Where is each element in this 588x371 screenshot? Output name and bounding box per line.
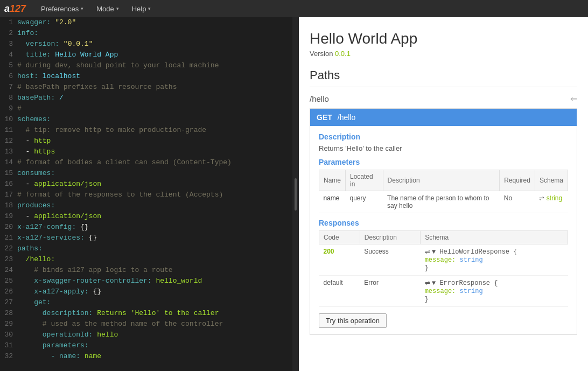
main-content: 1swagger: "2.0"2info:3 version: "0.0.1"4… bbox=[0, 17, 588, 371]
param-header-schema: Schema bbox=[535, 170, 568, 191]
line-content: version: "0.0.1" bbox=[17, 39, 292, 50]
line-number: 5 bbox=[0, 60, 17, 71]
line-number: 9 bbox=[0, 103, 17, 114]
response-code: default bbox=[319, 276, 360, 307]
code-line: 5# during dev, should point to your loca… bbox=[0, 60, 292, 71]
code-line: 14# format of bodies a client can send (… bbox=[0, 157, 292, 168]
code-line: 30 operationId: hello bbox=[0, 330, 292, 340]
code-line: 7# basePath prefixes all resource paths bbox=[0, 82, 292, 93]
response-description: Error bbox=[360, 276, 420, 307]
line-number: 2 bbox=[0, 28, 17, 39]
resp-header-code: Code bbox=[319, 231, 360, 244]
line-number: 31 bbox=[0, 340, 17, 351]
operation-header[interactable]: GET /hello bbox=[310, 109, 577, 126]
code-line: 1swagger: "2.0" bbox=[0, 17, 292, 28]
chevron-down-icon: ▾ bbox=[116, 6, 119, 11]
line-number: 30 bbox=[0, 330, 17, 340]
line-content: parameters: bbox=[17, 340, 292, 351]
param-header-desc: Description bbox=[383, 170, 500, 191]
line-number: 22 bbox=[0, 243, 17, 254]
line-content: # format of the responses to the client … bbox=[17, 190, 292, 200]
line-number: 25 bbox=[0, 276, 17, 286]
code-line: 11 # tip: remove http to make production… bbox=[0, 125, 292, 136]
line-number: 14 bbox=[0, 157, 17, 168]
line-content: # format of bodies a client can send (Co… bbox=[17, 157, 292, 168]
code-line: 32 - name: name bbox=[0, 351, 292, 362]
code-line: 9# bbox=[0, 103, 292, 114]
code-line: 16 - application/json bbox=[0, 179, 292, 190]
line-number: 6 bbox=[0, 71, 17, 82]
line-number: 28 bbox=[0, 308, 17, 319]
code-line: 18produces: bbox=[0, 200, 292, 211]
line-content: host: localhost bbox=[17, 71, 292, 82]
nav-mode[interactable]: Mode ▾ bbox=[90, 0, 125, 17]
line-number: 1 bbox=[0, 17, 17, 28]
line-content: schemes: bbox=[17, 114, 292, 125]
try-operation-button[interactable]: Try this operation bbox=[319, 313, 387, 328]
code-line: 27 get: bbox=[0, 297, 292, 308]
parameters-table: Name Located in Description Required Sch… bbox=[319, 170, 568, 213]
line-number: 15 bbox=[0, 168, 17, 179]
swagger-panel: Hello World App Version 0.0.1 Paths /hel… bbox=[299, 17, 588, 371]
nav-help-label: Help bbox=[132, 5, 146, 13]
response-description: Success bbox=[360, 244, 420, 276]
line-content: # bbox=[17, 103, 292, 114]
param-header-required: Required bbox=[500, 170, 535, 191]
line-content: x-a127-config: {} bbox=[17, 222, 292, 233]
line-number: 8 bbox=[0, 93, 17, 103]
line-content: - application/json bbox=[17, 211, 292, 222]
line-content: x-a127-services: {} bbox=[17, 233, 292, 243]
panel-divider bbox=[292, 17, 299, 371]
param-header-name: Name bbox=[319, 170, 346, 191]
code-line: 28 description: Returns 'Hello' to the c… bbox=[0, 308, 292, 319]
code-editor[interactable]: 1swagger: "2.0"2info:3 version: "0.0.1"4… bbox=[0, 17, 292, 371]
path-label: /hello bbox=[310, 94, 570, 103]
code-line: 13 - https bbox=[0, 146, 292, 157]
line-number: 26 bbox=[0, 286, 17, 297]
line-content: x-swagger-router-controller: hello_world bbox=[17, 276, 292, 286]
line-number: 18 bbox=[0, 200, 17, 211]
line-number: 3 bbox=[0, 39, 17, 50]
code-line: 8basePath: / bbox=[0, 93, 292, 103]
line-content: # tip: remove http to make production-gr… bbox=[17, 125, 292, 136]
code-line: 19 - application/json bbox=[0, 211, 292, 222]
line-content: # basePath prefixes all resource paths bbox=[17, 82, 292, 93]
code-line: 15consumes: bbox=[0, 168, 292, 179]
line-number: 19 bbox=[0, 211, 17, 222]
responses-table: Code Description Schema 200 Success ⇌ ▼ … bbox=[319, 230, 568, 307]
chevron-down-icon: ▾ bbox=[81, 6, 83, 11]
parameter-row: name query The name of the person to who… bbox=[319, 191, 568, 213]
code-line: 3 version: "0.0.1" bbox=[0, 39, 292, 50]
nav-help[interactable]: Help ▾ bbox=[125, 0, 158, 17]
line-number: 11 bbox=[0, 125, 17, 136]
line-number: 4 bbox=[0, 50, 17, 60]
line-content: basePath: / bbox=[17, 93, 292, 103]
operation-body: Description Returns 'Hello' to the calle… bbox=[310, 126, 577, 334]
brand-text: a bbox=[4, 3, 10, 14]
paths-title: Paths bbox=[310, 68, 577, 87]
param-location: query bbox=[346, 191, 383, 213]
description-title: Description bbox=[319, 132, 568, 141]
line-number: 23 bbox=[0, 254, 17, 265]
code-line: 31 parameters: bbox=[0, 340, 292, 351]
line-content: - https bbox=[17, 146, 292, 157]
line-number: 7 bbox=[0, 82, 17, 93]
nav-preferences[interactable]: Preferences ▾ bbox=[34, 0, 90, 17]
param-required: No bbox=[500, 191, 535, 213]
brand-number: 127 bbox=[10, 3, 26, 14]
line-content: produces: bbox=[17, 200, 292, 211]
line-number: 12 bbox=[0, 136, 17, 146]
code-line: 25 x-swagger-router-controller: hello_wo… bbox=[0, 276, 292, 286]
param-schema: ⇌ string bbox=[535, 191, 568, 213]
code-line: 29 # used as the method name of the cont… bbox=[0, 319, 292, 330]
response-schema: ⇌ ▼ ErrorResponse { message: string} bbox=[421, 276, 568, 307]
code-line: 17# format of the responses to the clien… bbox=[0, 190, 292, 200]
expand-icon[interactable]: ⇐ bbox=[570, 94, 577, 104]
code-line: 20x-a127-config: {} bbox=[0, 222, 292, 233]
operation-box: GET /hello Description Returns 'Hello' t… bbox=[310, 108, 577, 335]
line-number: 17 bbox=[0, 190, 17, 200]
line-content: swagger: "2.0" bbox=[17, 17, 292, 28]
line-content: # used as the method name of the control… bbox=[17, 319, 292, 330]
code-line: 23 /hello: bbox=[0, 254, 292, 265]
line-content: description: Returns 'Hello' to the call… bbox=[17, 308, 292, 319]
